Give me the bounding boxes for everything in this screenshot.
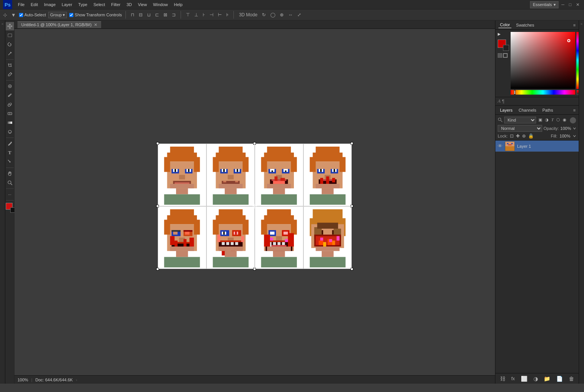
filter-adj-icon[interactable]: ◑ [544,117,549,123]
opacity-value[interactable]: 100% [560,126,571,131]
text-tool[interactable]: T [6,149,14,157]
lock-all-icon[interactable]: 🔒 [528,133,534,139]
channels-tab[interactable]: Channels [517,107,538,113]
color-format-icon1[interactable] [498,53,502,58]
swatches-tab[interactable]: Swatches [514,22,536,28]
brush-tool[interactable] [6,91,14,100]
rotate-3d-icon[interactable]: ↻ [261,11,267,18]
dist-left-icon[interactable]: ⊣ [208,11,214,18]
layer-style-btn[interactable]: fx [511,376,515,381]
dist-top-icon[interactable]: ⊤ [185,11,191,18]
menu-select[interactable]: Select [91,2,108,8]
align-top-icon[interactable]: ⊓ [130,11,135,18]
menu-layer[interactable]: Layer [59,2,75,8]
auto-select-checkbox[interactable]: Auto-Select [19,13,46,17]
close-tab-btn[interactable]: ✕ [94,22,97,27]
slide-3d-icon[interactable]: ↔ [287,11,294,18]
delete-layer-btn[interactable]: 🗑 [569,376,574,382]
dist-vcenter-icon[interactable]: ⊥ [193,11,199,18]
gradient-tool[interactable] [6,119,14,127]
filter-shape-icon[interactable]: ⬡ [555,117,561,123]
menu-help[interactable]: Help [171,2,186,8]
crop-tool[interactable] [6,61,14,70]
magic-wand-tool[interactable] [6,49,14,58]
layer-item-1[interactable]: 👁 Layer 1 [495,141,579,152]
transform-checkbox[interactable]: Show Transform Controls [69,13,122,17]
canvas-area[interactable]: 100% | Doc: 644.6K/644.6K › [14,29,495,384]
fill-value[interactable]: 100% [560,134,570,138]
color-panel-menu-btn[interactable]: ≡ [573,23,576,27]
hue-bar[interactable] [511,90,575,95]
color-tab[interactable]: Color [498,22,511,28]
workspace-dropdown[interactable]: Essentials ▾ [530,1,558,8]
new-group-btn[interactable]: 📁 [544,376,550,382]
healing-brush-tool[interactable] [6,82,14,90]
dist-bottom-icon[interactable]: ⊦ [202,11,206,18]
3d-mode-icon[interactable]: 3D Mode [238,11,259,18]
panel-collapse-btn[interactable]: » [580,21,583,27]
doc-info-arrow[interactable]: › [76,378,77,382]
move-tool[interactable] [6,22,14,30]
blend-mode-dropdown[interactable]: Normal Multiply Screen [498,125,542,132]
menu-window[interactable]: Window [150,2,170,8]
lock-position-icon[interactable]: ✚ [516,133,520,139]
color-play-btn[interactable]: ▶ [498,32,504,38]
filter-toggle[interactable]: ⬤ [570,116,576,123]
adjustment-layer-btn[interactable]: ◑ [533,376,538,382]
path-selection-tool[interactable] [6,158,14,166]
color-format-icon2[interactable] [503,53,508,58]
foreground-color-swatch[interactable] [6,203,14,211]
menu-edit[interactable]: Edit [28,2,41,8]
zoom-tool[interactable] [6,179,14,187]
menu-3d[interactable]: 3D [124,2,135,8]
orbit-3d-icon[interactable]: ◯ [269,11,276,18]
menu-image[interactable]: Image [41,2,59,8]
filter-pixel-icon[interactable]: ▣ [538,117,543,123]
layer-filter-dropdown[interactable]: Kind [504,117,536,123]
align-hcenter-icon[interactable]: ⊠ [162,11,168,18]
bg-color-swatch[interactable] [503,45,509,51]
color-spectrum[interactable] [511,32,575,89]
eyedropper-tool[interactable] [6,70,14,79]
scale-3d-icon[interactable]: ⤢ [296,11,302,18]
burn-tool[interactable] [6,128,14,136]
dist-right-icon[interactable]: ⊧ [225,11,230,18]
layer-mask-btn[interactable]: ⬜ [521,376,527,382]
layers-panel-menu-btn[interactable]: ≡ [573,108,576,112]
color-picker-area[interactable] [511,32,575,95]
document-tab[interactable]: Untitled-1 @ 100% (Layer 1, RGB/8#) ✕ [17,21,101,28]
align-right-icon[interactable]: ⊐ [171,11,177,18]
extra-tool[interactable]: ··· [6,190,14,199]
layer-visibility-1[interactable]: 👁 [498,143,503,149]
align-left-icon[interactable]: ⊏ [154,11,160,18]
dist-hcenter-icon[interactable]: ⊢ [217,11,223,18]
clone-stamp-tool[interactable] [6,100,14,109]
layers-tab[interactable]: Layers [498,107,514,113]
menu-type[interactable]: Type [76,2,90,8]
new-layer-btn[interactable]: 📄 [556,376,563,382]
minimize-btn[interactable]: ─ [560,2,566,8]
pen-tool[interactable] [6,139,14,148]
sprite-container[interactable] [158,144,352,269]
hand-tool[interactable] [6,169,14,178]
menu-view[interactable]: View [135,2,150,8]
lock-pixels-icon[interactable]: ⊡ [510,133,514,139]
align-vcenter-icon[interactable]: ⊟ [138,11,144,18]
close-btn[interactable]: ✕ [574,2,581,8]
lasso-tool[interactable] [6,40,14,49]
pan-3d-icon[interactable]: ⊕ [279,11,285,18]
paths-tab[interactable]: Paths [541,107,555,113]
menu-file[interactable]: File [15,2,27,8]
align-bottom-icon[interactable]: ⊔ [146,11,152,18]
marquee-tool[interactable] [6,31,14,40]
menu-filter[interactable]: Filter [108,2,123,8]
maximize-btn[interactable]: □ [567,2,573,8]
filter-smart-icon[interactable]: ◉ [562,117,567,123]
filter-type-icon[interactable]: T [551,117,554,123]
group-dropdown[interactable]: Group ▾ [48,12,67,18]
lock-move-icon[interactable]: ⊕ [522,133,526,139]
color-swatches-icon[interactable] [498,40,509,51]
eraser-tool[interactable] [6,109,14,118]
thin-strip-expand-icon[interactable]: « [1,21,4,27]
link-layers-btn[interactable]: ⛓ [500,376,505,382]
